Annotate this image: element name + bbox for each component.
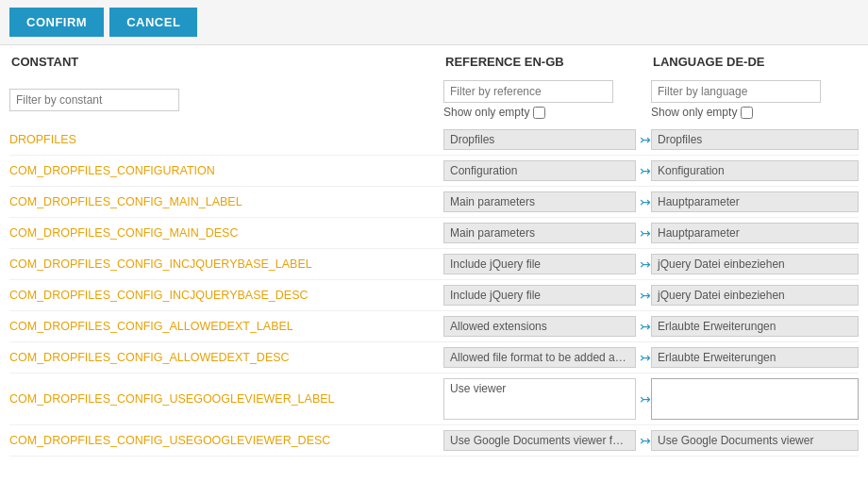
table-row: COM_DROPFILES_CONFIG_ALLOWEDEXT_LABELAll… — [9, 311, 859, 342]
constant-cell: COM_DROPFILES_CONFIGURATION — [9, 164, 443, 177]
filter-row: Show only empty Show only empty — [9, 80, 859, 119]
reference-cell: Include jQuery file↣ — [443, 254, 651, 274]
arrow-icon: ↣ — [640, 433, 651, 448]
language-value: Hauptparameter — [651, 223, 859, 243]
language-show-empty-label: Show only empty — [651, 106, 737, 119]
reference-filter-block: Show only empty — [443, 80, 651, 119]
data-rows: DROPFILESDropfiles↣DropfilesCOM_DROPFILE… — [9, 124, 859, 456]
table-row: COM_DROPFILES_CONFIGURATIONConfiguration… — [9, 156, 859, 187]
constant-header: CONSTANT — [9, 55, 443, 73]
table-row: COM_DROPFILES_CONFIG_INCJQUERYBASE_LABEL… — [9, 249, 859, 280]
language-textarea[interactable] — [651, 378, 859, 420]
language-header: LANGUAGE DE-DE — [651, 55, 859, 73]
table-row: COM_DROPFILES_CONFIG_USEGOOGLEVIEWER_LAB… — [9, 374, 859, 425]
table-row: DROPFILESDropfiles↣Dropfiles — [9, 124, 859, 156]
reference-value: Main parameters — [443, 191, 636, 212]
reference-value: Include jQuery file — [443, 285, 636, 306]
reference-cell: Configuration↣ — [443, 160, 651, 181]
table-row: COM_DROPFILES_CONFIG_MAIN_LABELMain para… — [9, 187, 859, 218]
language-value: Hauptparameter — [651, 191, 859, 212]
top-bar: CONFIRM CANCEL — [0, 0, 868, 45]
language-show-empty-checkbox[interactable] — [741, 107, 753, 119]
reference-value: Configuration — [443, 160, 636, 181]
language-value: jQuery Datei einbeziehen — [651, 254, 859, 274]
language-value: Dropfiles — [651, 129, 859, 150]
reference-filter-input[interactable] — [443, 80, 613, 103]
reference-cell: Dropfiles↣ — [443, 129, 651, 150]
language-cell: Erlaubte Erweiterungen — [651, 347, 859, 368]
language-value: Use Google Documents viewer — [651, 430, 859, 451]
arrow-icon: ↣ — [640, 225, 651, 241]
constant-cell: COM_DROPFILES_CONFIG_ALLOWEDEXT_DESC — [9, 351, 443, 364]
reference-value: Use Google Documents viewer for f… — [443, 430, 636, 451]
constant-filter-input[interactable] — [9, 89, 179, 111]
table-row: COM_DROPFILES_CONFIG_ALLOWEDEXT_DESCAllo… — [9, 342, 859, 374]
main-container: CONSTANT REFERENCE EN-GB LANGUAGE DE-DE … — [0, 45, 868, 456]
arrow-icon: ↣ — [640, 132, 651, 147]
language-value: Erlaubte Erweiterungen — [651, 316, 859, 337]
confirm-button[interactable]: CONFIRM — [9, 8, 104, 37]
reference-cell: ↣ — [443, 378, 651, 420]
reference-show-empty-checkbox[interactable] — [533, 107, 545, 119]
reference-textarea[interactable] — [443, 378, 636, 420]
language-value: Konfiguration — [651, 160, 859, 181]
constant-cell: COM_DROPFILES_CONFIG_USEGOOGLEVIEWER_DES… — [9, 434, 443, 447]
constant-cell: COM_DROPFILES_CONFIG_MAIN_DESC — [9, 226, 443, 240]
language-show-empty: Show only empty — [651, 106, 859, 119]
language-cell: Konfiguration — [651, 160, 859, 181]
constant-cell: DROPFILES — [9, 133, 443, 146]
reference-header: REFERENCE EN-GB — [443, 55, 651, 73]
reference-value: Include jQuery file — [443, 254, 636, 274]
language-cell: Use Google Documents viewer — [651, 430, 859, 451]
language-cell: jQuery Datei einbeziehen — [651, 254, 859, 274]
reference-show-empty-label: Show only empty — [443, 106, 529, 119]
arrow-icon: ↣ — [640, 350, 651, 365]
arrow-icon: ↣ — [640, 319, 651, 334]
language-cell: Hauptparameter — [651, 191, 859, 212]
language-cell: Hauptparameter — [651, 223, 859, 243]
language-cell: jQuery Datei einbeziehen — [651, 285, 859, 306]
arrow-icon: ↣ — [640, 257, 651, 272]
language-cell: Dropfiles — [651, 129, 859, 150]
reference-value: Allowed extensions — [443, 316, 636, 337]
language-filter-input[interactable] — [651, 80, 821, 103]
language-cell — [651, 378, 859, 420]
constant-cell: COM_DROPFILES_CONFIG_USEGOOGLEVIEWER_LAB… — [9, 392, 443, 406]
language-cell: Erlaubte Erweiterungen — [651, 316, 859, 337]
reference-cell: Main parameters↣ — [443, 191, 651, 212]
language-filter-block: Show only empty — [651, 80, 859, 119]
arrow-icon: ↣ — [640, 391, 651, 407]
reference-value: Main parameters — [443, 223, 636, 243]
reference-cell: Include jQuery file↣ — [443, 285, 651, 306]
constant-cell: COM_DROPFILES_CONFIG_ALLOWEDEXT_LABEL — [9, 320, 443, 333]
constant-cell: COM_DROPFILES_CONFIG_INCJQUERYBASE_LABEL — [9, 257, 443, 271]
constant-cell: COM_DROPFILES_CONFIG_INCJQUERYBASE_DESC — [9, 289, 443, 302]
reference-show-empty: Show only empty — [443, 106, 651, 119]
reference-cell: Allowed extensions↣ — [443, 316, 651, 337]
reference-cell: Allowed file format to be added as c…↣ — [443, 347, 651, 368]
reference-cell: Use Google Documents viewer for f…↣ — [443, 430, 651, 451]
language-value: jQuery Datei einbeziehen — [651, 285, 859, 306]
constant-cell: COM_DROPFILES_CONFIG_MAIN_LABEL — [9, 195, 443, 208]
reference-cell: Main parameters↣ — [443, 223, 651, 243]
arrow-icon: ↣ — [640, 288, 651, 303]
reference-value: Allowed file format to be added as c… — [443, 347, 636, 368]
arrow-icon: ↣ — [640, 194, 651, 209]
constant-filter-block — [9, 89, 443, 111]
language-value: Erlaubte Erweiterungen — [651, 347, 859, 368]
column-headers: CONSTANT REFERENCE EN-GB LANGUAGE DE-DE — [9, 55, 859, 73]
table-row: COM_DROPFILES_CONFIG_MAIN_DESCMain param… — [9, 218, 859, 249]
cancel-button[interactable]: CANCEL — [109, 8, 197, 37]
reference-value: Dropfiles — [443, 129, 636, 150]
arrow-icon: ↣ — [640, 163, 651, 178]
table-row: COM_DROPFILES_CONFIG_USEGOOGLEVIEWER_DES… — [9, 425, 859, 456]
table-row: COM_DROPFILES_CONFIG_INCJQUERYBASE_DESCI… — [9, 280, 859, 311]
